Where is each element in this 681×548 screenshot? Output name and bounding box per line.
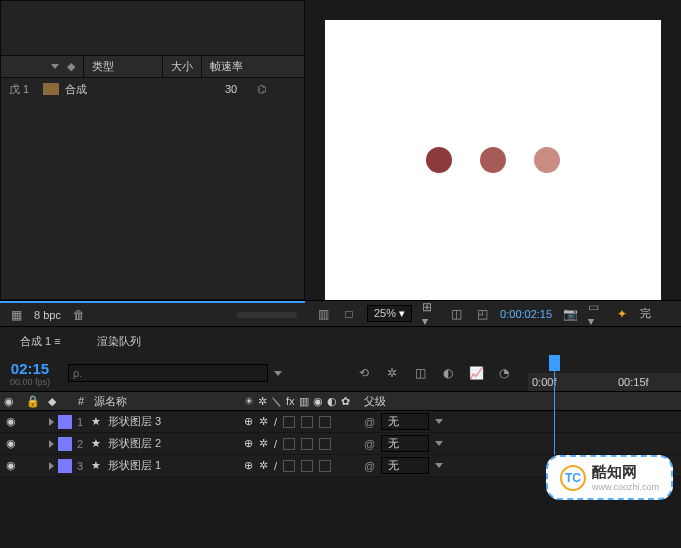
- graph-editor-icon[interactable]: 📈: [468, 365, 484, 381]
- layer-columns-header: ◉ 🔒 ◆ # 源名称 ☀✲＼fx▥◉◐✿ 父级: [0, 391, 681, 411]
- composition-viewer: [305, 0, 681, 300]
- layer-index: 3: [72, 460, 88, 472]
- parent-select[interactable]: 无: [381, 435, 429, 452]
- monitor-icon[interactable]: □: [341, 306, 357, 322]
- comp-icon: [43, 83, 59, 95]
- item-name: 合成: [65, 82, 165, 97]
- layer-name[interactable]: 形状图层 2: [104, 436, 244, 451]
- motion-blur-icon[interactable]: ◐: [440, 365, 456, 381]
- ruler-tick-1: 00:15f: [618, 376, 649, 388]
- label-color[interactable]: [58, 415, 72, 429]
- snap-icon[interactable]: ◔: [496, 365, 512, 381]
- pickwhip-icon[interactable]: @: [364, 416, 375, 428]
- chevron-down-icon[interactable]: [435, 441, 443, 446]
- col-fps[interactable]: 帧速率: [201, 56, 251, 77]
- col-switches[interactable]: ☀✲＼fx▥◉◐✿: [240, 394, 360, 409]
- label-color[interactable]: [58, 459, 72, 473]
- filmstrip-icon[interactable]: ▦: [8, 307, 24, 323]
- playhead[interactable]: [554, 355, 555, 455]
- watermark: TC 酷知网 www.coozhi.com: [546, 455, 673, 500]
- col-hash[interactable]: #: [74, 395, 90, 407]
- trash-icon[interactable]: 🗑: [71, 307, 87, 323]
- tag-icon[interactable]: ◆: [67, 60, 75, 73]
- time-ruler[interactable]: 0:00f 00:15f: [528, 355, 681, 391]
- col-size[interactable]: 大小: [162, 56, 201, 77]
- pickwhip-icon[interactable]: @: [364, 460, 375, 472]
- visibility-toggle[interactable]: ◉: [0, 459, 22, 472]
- resolution-icon[interactable]: ⊞ ▾: [422, 306, 438, 322]
- layer-switches[interactable]: ⊕✲/: [244, 415, 364, 428]
- col-source[interactable]: 源名称: [90, 394, 240, 409]
- flowchart-icon[interactable]: ⌬: [257, 83, 267, 96]
- watermark-logo-icon: TC: [560, 465, 586, 491]
- bpc-toggle[interactable]: 8 bpc: [34, 309, 61, 321]
- col-lock-icon[interactable]: 🔒: [22, 395, 44, 408]
- visibility-toggle[interactable]: ◉: [0, 437, 22, 450]
- watermark-name: 酷知网: [592, 463, 659, 482]
- layer-name[interactable]: 形状图层 3: [104, 414, 244, 429]
- layer-index: 1: [72, 416, 88, 428]
- project-footer: ▦ 8 bpc 🗑: [0, 301, 305, 326]
- parent-select[interactable]: 无: [381, 457, 429, 474]
- viewer-last[interactable]: 完: [640, 306, 651, 321]
- shape-dot-3: [534, 147, 560, 173]
- comp-mini-flowchart-icon[interactable]: ⟲: [356, 365, 372, 381]
- frame-blend-icon[interactable]: ◫: [412, 365, 428, 381]
- item-left-label: 戊 1: [9, 82, 37, 97]
- tab-comp[interactable]: 合成 1 ≡: [12, 330, 69, 353]
- visibility-toggle[interactable]: ◉: [0, 415, 22, 428]
- shape-icon: ★: [88, 415, 104, 428]
- roi-icon[interactable]: ◰: [474, 306, 490, 322]
- grid-icon[interactable]: ▥: [315, 306, 331, 322]
- project-panel: ◆ 类型 大小 帧速率 戊 1 合成 30 ⌬: [0, 0, 305, 300]
- mask-icon[interactable]: ◫: [448, 306, 464, 322]
- show-snapshot-icon[interactable]: ▭ ▾: [588, 306, 604, 322]
- search-dropdown-icon[interactable]: [274, 371, 282, 376]
- ruler-tick-0: 0:00f: [532, 376, 556, 388]
- chevron-down-icon[interactable]: [435, 463, 443, 468]
- label-color[interactable]: [58, 437, 72, 451]
- color-mgmt-icon[interactable]: ✦: [614, 306, 630, 322]
- layer-row[interactable]: ◉1★形状图层 3⊕✲/@无: [0, 411, 681, 433]
- layer-row[interactable]: ◉2★形状图层 2⊕✲/@无: [0, 433, 681, 455]
- shape-dot-1: [426, 147, 452, 173]
- col-label[interactable]: ◆: [44, 395, 74, 408]
- shape-dot-2: [480, 147, 506, 173]
- viewer-footer: ▥ □ 25% ▾ ⊞ ▾ ◫ ◰ 0:00:02:15 📷 ▭ ▾ ✦ 完: [305, 301, 681, 326]
- snapshot-icon[interactable]: 📷: [562, 306, 578, 322]
- col-visibility-icon[interactable]: ◉: [0, 395, 22, 408]
- timeline-timecode[interactable]: 02:15 00.00 fps): [0, 360, 60, 387]
- chevron-down-icon[interactable]: [435, 419, 443, 424]
- layer-switches[interactable]: ⊕✲/: [244, 437, 364, 450]
- project-scrollbar[interactable]: [237, 312, 297, 318]
- col-parent[interactable]: 父级: [360, 394, 390, 409]
- shape-icon: ★: [88, 459, 104, 472]
- layer-index: 2: [72, 438, 88, 450]
- twirl-icon[interactable]: [44, 438, 58, 450]
- viewer-timecode[interactable]: 0:00:02:15: [500, 308, 552, 320]
- twirl-icon[interactable]: [44, 416, 58, 428]
- item-fps: 30: [225, 83, 237, 95]
- canvas[interactable]: [325, 20, 661, 300]
- col-type[interactable]: 类型: [83, 56, 122, 77]
- draft3d-icon[interactable]: ✲: [384, 365, 400, 381]
- project-item-row[interactable]: 戊 1 合成 30 ⌬: [1, 78, 304, 100]
- parent-select[interactable]: 无: [381, 413, 429, 430]
- layer-name[interactable]: 形状图层 1: [104, 458, 244, 473]
- zoom-select[interactable]: 25% ▾: [367, 305, 412, 322]
- project-columns-header: ◆ 类型 大小 帧速率: [1, 56, 304, 78]
- pickwhip-icon[interactable]: @: [364, 438, 375, 450]
- search-input[interactable]: [68, 364, 268, 382]
- sort-icon[interactable]: [51, 64, 59, 69]
- watermark-url: www.coozhi.com: [592, 482, 659, 492]
- twirl-icon[interactable]: [44, 460, 58, 472]
- shape-icon: ★: [88, 437, 104, 450]
- tab-render-queue[interactable]: 渲染队列: [89, 330, 149, 353]
- layer-switches[interactable]: ⊕✲/: [244, 459, 364, 472]
